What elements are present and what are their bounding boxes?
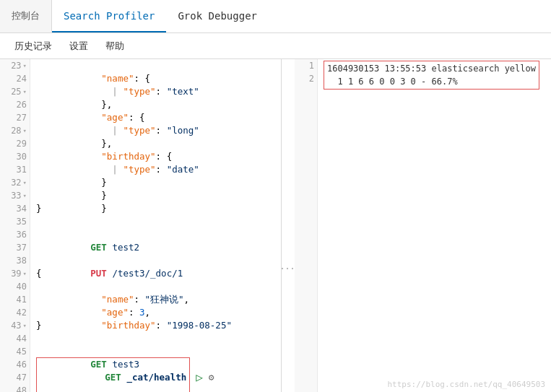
result-line-1b: 1 1 6 6 0 0 3 0 - 66.7% bbox=[327, 75, 536, 88]
results-gutter: 1 2 bbox=[295, 59, 318, 392]
line-number-28: 28▾ bbox=[0, 124, 30, 137]
results-panel: 1 2 1604930153 13:55:53 elasticsearch ye… bbox=[295, 59, 551, 392]
line-number-23: 23▾ bbox=[0, 59, 30, 72]
line-number-34: 34 bbox=[0, 202, 30, 215]
result-entry-1: 1604930153 13:55:53 elasticsearch yellow… bbox=[324, 61, 539, 90]
nav-grok-debugger[interactable]: Grok Debugger bbox=[166, 0, 269, 32]
line-number-33: 33▾ bbox=[0, 189, 30, 202]
line-number-25: 25▾ bbox=[0, 85, 30, 98]
result-line-1a: 1604930153 13:55:53 elasticsearch yellow bbox=[327, 62, 536, 75]
line-number-31: 31 bbox=[0, 163, 30, 176]
line-number-39: 39▾ bbox=[0, 267, 30, 280]
line-number-43: 43▾ bbox=[0, 319, 30, 332]
result-line-num-2: 2 bbox=[295, 72, 317, 85]
line-number-42: 42 bbox=[0, 306, 30, 319]
line-number-36: 36 bbox=[0, 228, 30, 241]
watermark: https://blog.csdn.net/qq_40649503 bbox=[387, 380, 545, 389]
line-number-45: 45 bbox=[0, 345, 30, 358]
code-area[interactable]: "name": { | "type": "text" }, "age": { | bbox=[30, 59, 281, 392]
wrench-icon[interactable]: ⚙ bbox=[209, 371, 214, 384]
nav-search-profiler[interactable]: Search Profiler bbox=[52, 0, 166, 32]
main-content: 23▾ 24 25▾ 26 27 28▾ 29 30 31 32▾ 33▾ 34… bbox=[0, 59, 551, 392]
line-number-38: 38 bbox=[0, 254, 30, 267]
line-numbers: 23▾ 24 25▾ 26 27 28▾ 29 30 31 32▾ 33▾ 34… bbox=[0, 59, 30, 392]
editor-panel: 23▾ 24 25▾ 26 27 28▾ 29 30 31 32▾ 33▾ 34… bbox=[0, 59, 282, 392]
line-number-40: 40 bbox=[0, 280, 30, 293]
line-number-32: 32▾ bbox=[0, 176, 30, 189]
results-body: 1 2 1604930153 13:55:53 elasticsearch ye… bbox=[295, 59, 551, 392]
line-number-41: 41 bbox=[0, 293, 30, 306]
nav-console[interactable]: 控制台 bbox=[0, 0, 52, 32]
results-content: 1604930153 13:55:53 elasticsearch yellow… bbox=[318, 59, 551, 392]
line-number-27: 27 bbox=[0, 111, 30, 124]
panel-divider[interactable]: ⋮ bbox=[282, 59, 295, 392]
line-number-37: 37 bbox=[0, 241, 30, 254]
line-number-47: 47 bbox=[0, 371, 30, 384]
top-nav: 控制台 Search Profiler Grok Debugger bbox=[0, 0, 551, 33]
line-number-24: 24 bbox=[0, 72, 30, 85]
nav-help[interactable]: 帮助 bbox=[97, 33, 133, 58]
line-number-30: 30 bbox=[0, 150, 30, 163]
nav-history[interactable]: 历史记录 bbox=[6, 33, 61, 58]
result-line-num-1: 1 bbox=[295, 59, 317, 72]
line-number-35: 35 bbox=[0, 215, 30, 228]
code-line-36: GET test2 bbox=[36, 228, 281, 241]
line-number-29: 29 bbox=[0, 137, 30, 150]
line-number-44: 44 bbox=[0, 332, 30, 345]
code-line-23: "name": { bbox=[36, 59, 281, 72]
result-line-2 bbox=[324, 90, 545, 103]
code-line-47: GET _cat/health ▷ ⚙ bbox=[36, 371, 281, 384]
line-number-48: 48 bbox=[0, 384, 30, 392]
nav-settings[interactable]: 设置 bbox=[61, 33, 97, 58]
editor-body: 23▾ 24 25▾ 26 27 28▾ 29 30 31 32▾ 33▾ 34… bbox=[0, 59, 281, 392]
code-line-45: GET test3 bbox=[36, 345, 281, 358]
secondary-nav: 历史记录 设置 帮助 bbox=[0, 33, 551, 59]
run-button[interactable]: ▷ bbox=[196, 371, 203, 384]
line-number-46: 46 bbox=[0, 358, 30, 371]
line-number-26: 26 bbox=[0, 98, 30, 111]
